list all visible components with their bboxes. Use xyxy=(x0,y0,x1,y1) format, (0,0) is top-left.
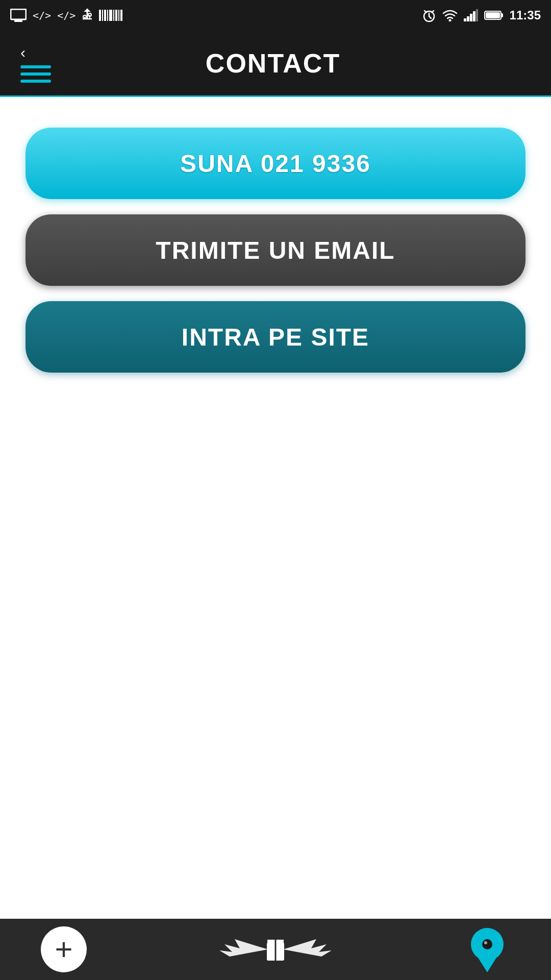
location-button[interactable] xyxy=(464,926,510,972)
svg-rect-19 xyxy=(473,11,475,21)
email-button[interactable]: TRIMITE UN EMAIL xyxy=(26,214,525,286)
code1-icon: </> xyxy=(33,9,51,21)
wings-logo-icon xyxy=(219,929,332,970)
code2-icon: </> xyxy=(57,9,76,21)
hamburger-line-3 xyxy=(20,80,51,83)
svg-rect-17 xyxy=(467,16,469,21)
svg-rect-2 xyxy=(17,19,19,20)
page-title: CONTACT xyxy=(56,48,490,79)
svg-point-28 xyxy=(484,941,487,944)
main-content: SUNA 021 9336 TRIMITE UN EMAIL INTRA PE … xyxy=(0,97,551,373)
hamburger-line-1 xyxy=(20,65,51,68)
status-bar: </> </> xyxy=(0,0,551,31)
time-display: 11:35 xyxy=(510,8,541,22)
svg-rect-16 xyxy=(464,18,466,21)
svg-line-12 xyxy=(429,16,431,18)
svg-line-13 xyxy=(424,11,427,12)
svg-line-14 xyxy=(432,11,434,12)
tv-icon xyxy=(10,9,27,22)
hamburger-line-2 xyxy=(20,72,51,76)
status-right-icons: 11:35 xyxy=(422,8,541,22)
svg-rect-18 xyxy=(470,14,472,21)
logo-center[interactable] xyxy=(219,929,332,970)
status-left-icons: </> </> xyxy=(10,8,122,23)
svg-rect-22 xyxy=(501,13,503,17)
barcode-icon xyxy=(99,10,122,21)
svg-rect-0 xyxy=(11,9,26,19)
svg-marker-4 xyxy=(84,9,91,12)
signal-icon xyxy=(464,9,478,21)
site-button[interactable]: INTRA PE SITE xyxy=(26,301,525,373)
svg-rect-20 xyxy=(476,9,478,21)
back-arrow-icon: ‹ xyxy=(20,44,48,61)
svg-point-27 xyxy=(482,939,492,949)
menu-button[interactable]: ‹ xyxy=(15,39,56,88)
header: ‹ CONTACT xyxy=(0,31,551,97)
bottom-nav: + xyxy=(0,919,551,980)
call-button[interactable]: SUNA 021 9336 xyxy=(26,128,525,199)
usb-icon xyxy=(82,8,93,23)
wifi-icon xyxy=(442,9,458,21)
svg-point-15 xyxy=(448,19,451,22)
battery-icon xyxy=(484,10,504,20)
alarm-icon xyxy=(422,8,436,22)
location-pin-icon xyxy=(467,926,508,972)
add-button[interactable]: + xyxy=(41,926,87,972)
plus-icon: + xyxy=(55,934,72,965)
svg-rect-23 xyxy=(486,12,500,18)
